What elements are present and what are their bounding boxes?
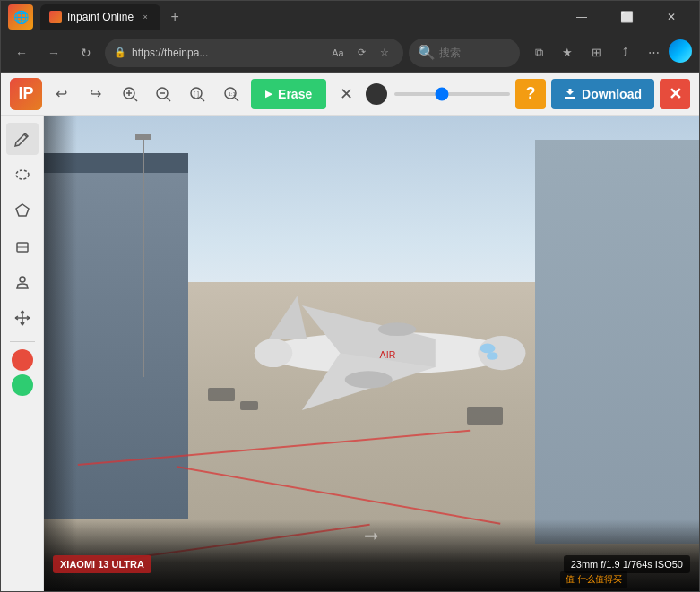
svg-point-21: [479, 336, 526, 370]
back-button[interactable]: ←: [8, 39, 35, 66]
brush-size-area: [366, 83, 510, 105]
app-toolbar: IP ↩ ↪ [ ] 1:1 ▶ Erase ✕ ? Download: [1, 73, 699, 116]
zoom-fit-button[interactable]: [ ]: [183, 80, 212, 108]
svg-point-27: [378, 323, 416, 337]
search-input[interactable]: [439, 47, 511, 59]
download-label: Download: [582, 87, 642, 101]
redo-button[interactable]: ↪: [82, 80, 110, 108]
erase-label: Erase: [278, 87, 312, 101]
share-btn[interactable]: ⤴: [611, 39, 638, 66]
search-box[interactable]: 🔍: [409, 39, 520, 67]
tab-favicon: [49, 11, 62, 23]
svg-rect-13: [565, 97, 575, 99]
watermark: 值 什么值得买: [560, 571, 627, 588]
camera-info-left: XIAOMI 13 ULTRA: [53, 555, 151, 573]
tab-label: Inpaint Online: [67, 11, 134, 23]
svg-text:AIR: AIR: [380, 349, 396, 360]
svg-point-19: [20, 277, 25, 282]
address-bar[interactable]: 🔒 https://theinpa... Aа ⟳ ☆: [105, 39, 403, 67]
zoom-in-button[interactable]: [116, 80, 144, 108]
zoom-100-button[interactable]: 1:1: [217, 80, 246, 108]
maximize-button[interactable]: ⬜: [606, 4, 647, 30]
title-bar: 🌐 Inpaint Online × + — ⬜ ✕: [1, 1, 699, 33]
svg-marker-16: [16, 204, 29, 216]
stamp-tool[interactable]: [6, 266, 39, 298]
terminal-right: [535, 140, 699, 544]
svg-marker-14: [566, 89, 574, 95]
canvas-area[interactable]: AIR ➞ XIAOMI 13 ULTRA 23mm f/1.9 1/764s …: [44, 116, 699, 591]
search-icon: 🔍: [418, 44, 436, 61]
split-screen-btn[interactable]: ⧉: [525, 39, 552, 66]
equipment-1: [208, 388, 235, 401]
new-tab-button[interactable]: +: [164, 6, 186, 28]
svg-point-29: [487, 352, 498, 359]
color-green-button[interactable]: [12, 374, 33, 396]
svg-text:1:1: 1:1: [229, 90, 237, 96]
color-red-button[interactable]: [12, 349, 33, 371]
collections-btn[interactable]: ⊞: [583, 39, 609, 66]
tab-bar-area: Inpaint Online × +: [40, 4, 554, 30]
nav-icons: ⧉ ★ ⊞ ⤴ ⋯: [525, 39, 692, 66]
lasso-tool[interactable]: [6, 159, 39, 191]
forward-button[interactable]: →: [40, 39, 67, 66]
scroll-arrow: ➞: [364, 525, 379, 546]
cancel-button[interactable]: ✕: [332, 80, 360, 108]
equipment-2: [240, 401, 258, 410]
window-frame-left: [44, 116, 77, 591]
move-tool[interactable]: [6, 302, 39, 334]
svg-line-1: [134, 98, 137, 101]
lock-icon: 🔒: [114, 47, 126, 58]
close-window-button[interactable]: ✕: [651, 4, 692, 30]
main-area: AIR ➞ XIAOMI 13 ULTRA 23mm f/1.9 1/764s …: [1, 116, 699, 591]
svg-point-26: [345, 372, 393, 389]
brush-size-slider[interactable]: [394, 92, 510, 96]
side-toolbar: [1, 116, 44, 591]
tab-close-btn[interactable]: ×: [139, 11, 151, 23]
equipment-3: [467, 407, 503, 425]
window-controls: — ⬜ ✕: [561, 4, 692, 30]
pencil-tool[interactable]: [6, 123, 39, 155]
star-btn[interactable]: ☆: [375, 43, 394, 63]
favorites-btn[interactable]: ★: [554, 39, 581, 66]
download-button[interactable]: Download: [551, 79, 654, 109]
light-pole-top-1: [135, 134, 151, 140]
refresh-btn[interactable]: ⟳: [351, 43, 371, 63]
side-divider: [10, 341, 35, 342]
polygon-tool[interactable]: [6, 194, 39, 227]
minimize-button[interactable]: —: [561, 4, 602, 30]
edge-icon: [669, 39, 692, 63]
svg-point-15: [16, 170, 29, 179]
active-tab[interactable]: Inpaint Online ×: [40, 4, 160, 30]
zoom-out-button[interactable]: [150, 80, 178, 108]
reload-button[interactable]: ↻: [73, 39, 99, 66]
play-icon: ▶: [265, 89, 272, 99]
camera-info-right: 23mm f/1.9 1/764s ISO50: [564, 555, 690, 573]
nav-bar: ← → ↻ 🔒 https://theinpa... Aа ⟳ ☆ 🔍 ⧉ ★ …: [1, 33, 699, 73]
eraser-tool[interactable]: [6, 230, 39, 262]
app-logo: IP: [10, 78, 42, 110]
undo-button[interactable]: ↩: [48, 80, 76, 108]
help-button[interactable]: ?: [515, 79, 546, 109]
more-btn[interactable]: ⋯: [640, 39, 667, 66]
svg-line-11: [235, 98, 238, 101]
brush-dot: [366, 83, 387, 105]
airport-photo: AIR ➞ XIAOMI 13 ULTRA 23mm f/1.9 1/764s …: [44, 116, 699, 591]
address-tools: Aа ⟳ ☆: [328, 43, 394, 63]
svg-point-22: [255, 339, 292, 368]
light-pole-1: [143, 140, 144, 378]
svg-marker-23: [269, 296, 307, 339]
svg-point-28: [480, 344, 496, 354]
svg-line-5: [167, 98, 170, 101]
close-app-button[interactable]: ✕: [660, 79, 690, 109]
address-url: https://theinpa...: [132, 47, 208, 59]
toolbar-right: ? Download ✕: [515, 79, 690, 109]
erase-button[interactable]: ▶ Erase: [251, 79, 326, 109]
browser-profile-icon: 🌐: [8, 4, 33, 30]
svg-line-8: [201, 98, 204, 101]
read-mode-btn[interactable]: Aа: [328, 43, 348, 63]
svg-text:[ ]: [ ]: [194, 90, 199, 98]
